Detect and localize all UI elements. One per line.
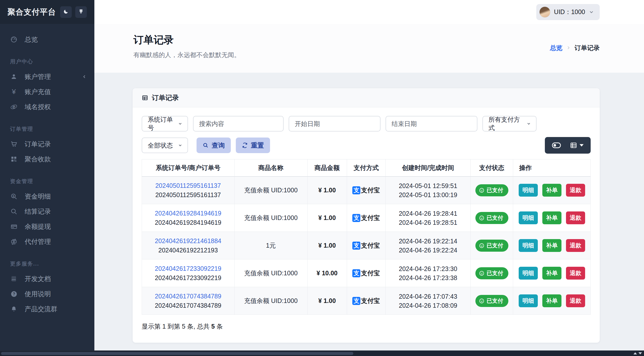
supplement-order-button[interactable]: 补单 [542, 294, 561, 307]
question-circle-icon: ? [10, 291, 18, 297]
sidebar-item-label: 产品交流群 [25, 305, 57, 314]
supplement-order-button[interactable]: 补单 [542, 267, 561, 280]
sidebar-item-domain-authorization[interactable]: e 域名授权 [0, 99, 94, 114]
user-menu[interactable]: UID：1000 [536, 4, 600, 20]
topbar: UID：1000 [94, 0, 644, 24]
alipay-icon: 支 [352, 297, 360, 305]
sidebar-item-account-recharge[interactable]: ¥ 账户充值 [0, 84, 94, 99]
sidebar-item-aggregate-collection[interactable]: 聚合收款 [0, 152, 94, 167]
refund-button[interactable]: 退款 [566, 239, 585, 252]
scrollbar-thumb[interactable] [1, 352, 353, 355]
refund-button[interactable]: 退款 [566, 211, 585, 224]
breadcrumb-overview-link[interactable]: 总览 [550, 44, 562, 52]
refund-button[interactable]: 退款 [566, 267, 585, 280]
col-header-amount: 商品金额 [307, 159, 347, 176]
sys-order-link[interactable]: 2024042617233092219 [144, 265, 232, 272]
payment-method: 支付宝 [361, 270, 380, 277]
sidebar-item-settlement-records[interactable]: 结算记录 [0, 204, 94, 219]
sys-order-link[interactable]: 2024042619221461884 [144, 237, 232, 245]
supplement-order-button[interactable]: 补单 [542, 239, 561, 252]
columns-dropdown-button[interactable] [566, 139, 587, 151]
search-icon [203, 142, 209, 148]
search-dollar-icon: $ [10, 193, 18, 200]
col-header-payment-method: 支付方式 [347, 159, 386, 176]
merchant-order: 20240426192212193 [144, 247, 232, 254]
refund-button[interactable]: 退款 [566, 184, 585, 197]
completed-time: 2024-04-26 19:22:24 [388, 246, 468, 255]
table-row: 2024050112595161137 2024050112595161137 … [142, 176, 591, 204]
alipay-icon: 支 [352, 214, 360, 222]
table-list-icon [570, 142, 577, 149]
scroll-up-arrow-icon[interactable] [633, 352, 637, 354]
payment-method: 支付宝 [361, 187, 380, 194]
chevron-right-icon [566, 45, 571, 50]
col-header-actions: 操作 [513, 159, 591, 176]
query-button[interactable]: 查询 [197, 138, 231, 153]
sidebar-item-fund-details[interactable]: $ 资金明细 [0, 189, 94, 204]
product-name: 充值余额 UID:1000 [234, 204, 307, 232]
sidebar-item-usage-instructions[interactable]: ? 使用说明 [0, 286, 94, 301]
sidebar-item-label: 账户管理 [25, 72, 51, 81]
sidebar-item-dev-docs[interactable]: 开发文档 [0, 271, 94, 286]
status-badge: 已支付 [475, 295, 508, 307]
created-time: 2024-04-26 17:07:43 [388, 292, 468, 301]
sys-order-link[interactable]: 2024050112595161137 [144, 182, 232, 189]
merchant-order: 2024042619284194619 [144, 219, 232, 226]
reset-button[interactable]: 重置 [236, 138, 270, 153]
search-input[interactable] [193, 116, 284, 131]
sidebar-item-account-management[interactable]: 账户管理 [0, 69, 94, 84]
table-row: 2024042619284194619 2024042619284194619 … [142, 204, 591, 232]
status-badge: 已支付 [475, 212, 508, 224]
created-time: 2024-04-26 19:28:41 [388, 209, 468, 218]
merchant-order: 2024042617233092219 [144, 274, 232, 282]
sidebar-item-label: 域名授权 [25, 103, 51, 111]
product-name: 充值余额 UID:1000 [234, 176, 307, 204]
card-body: 系统订单号 所有支付方式 全部状态 [133, 107, 600, 343]
sidebar-item-balance-withdrawal[interactable]: 余额提现 [0, 219, 94, 234]
horizontal-scrollbar[interactable] [0, 350, 644, 356]
col-header-status: 支付状态 [471, 159, 513, 176]
detail-button[interactable]: 明细 [519, 239, 538, 252]
detail-button[interactable]: 明细 [519, 267, 538, 280]
refund-button[interactable]: 退款 [566, 294, 585, 307]
dark-mode-button[interactable] [60, 6, 72, 18]
detail-button[interactable]: 明细 [519, 294, 538, 307]
supplement-order-button[interactable]: 补单 [542, 184, 561, 197]
sys-order-link[interactable]: 2024042617074384789 [144, 293, 232, 300]
sidebar-item-overview[interactable]: 总览 [0, 32, 94, 47]
order-type-select[interactable]: 系统订单号 [142, 116, 188, 131]
main-area: UID：1000 订单记录 有幽默感的人，永远都不会默默无闻。 总览 订单记录 … [94, 0, 644, 350]
app-root: 聚合支付平台 总览 用户中心 账户 [0, 0, 644, 350]
sidebar-section-header: 订单管理 [0, 118, 94, 137]
detail-button[interactable]: 明细 [519, 211, 538, 224]
sidebar-item-order-records[interactable]: 订单记录 [0, 137, 94, 152]
product-name: 1元 [234, 232, 307, 259]
filter-row-1: 系统订单号 所有支付方式 [142, 116, 591, 131]
scroll-down-arrow-icon[interactable] [638, 352, 642, 354]
supplement-order-button[interactable]: 补单 [542, 211, 561, 224]
pagination-summary: 显示第 1 到第 5 条, 总共 5 条 [142, 322, 591, 331]
sidebar: 聚合支付平台 总览 用户中心 账户 [0, 0, 94, 350]
money-transfer-icon [10, 238, 18, 245]
detail-button[interactable]: 明细 [519, 184, 538, 197]
product-name: 充值余额 UID:1000 [234, 259, 307, 287]
start-date-input[interactable] [289, 116, 381, 131]
fullscreen-toggle-button[interactable] [548, 140, 564, 151]
app-logo[interactable]: 聚合支付平台 [8, 7, 56, 17]
sidebar-item-label: 开发文档 [25, 275, 51, 283]
sidebar-item-payout-management[interactable]: 代付管理 [0, 234, 94, 249]
sys-order-link[interactable]: 2024042619284194619 [144, 210, 232, 217]
sidebar-item-product-group[interactable]: 产品交流群 [0, 301, 94, 317]
sidebar-item-label: 资金明细 [25, 192, 51, 201]
orders-table: 系统订单号/商户订单号 商品名称 商品金额 支付方式 创建时间/完成时间 支付状… [142, 159, 591, 315]
completed-time: 2024-04-26 17:08:09 [388, 301, 468, 310]
sidebar-header: 聚合支付平台 [0, 0, 94, 24]
payment-method: 支付宝 [361, 297, 380, 304]
alipay-icon: 支 [352, 186, 360, 194]
theme-skin-button[interactable] [75, 6, 87, 18]
status-select[interactable]: 全部状态 [142, 138, 188, 153]
payment-method-select[interactable]: 所有支付方式 [482, 116, 537, 131]
status-badge: 已支付 [475, 184, 508, 196]
end-date-input[interactable] [386, 116, 477, 131]
product-amount: ¥ 1.00 [307, 232, 347, 259]
